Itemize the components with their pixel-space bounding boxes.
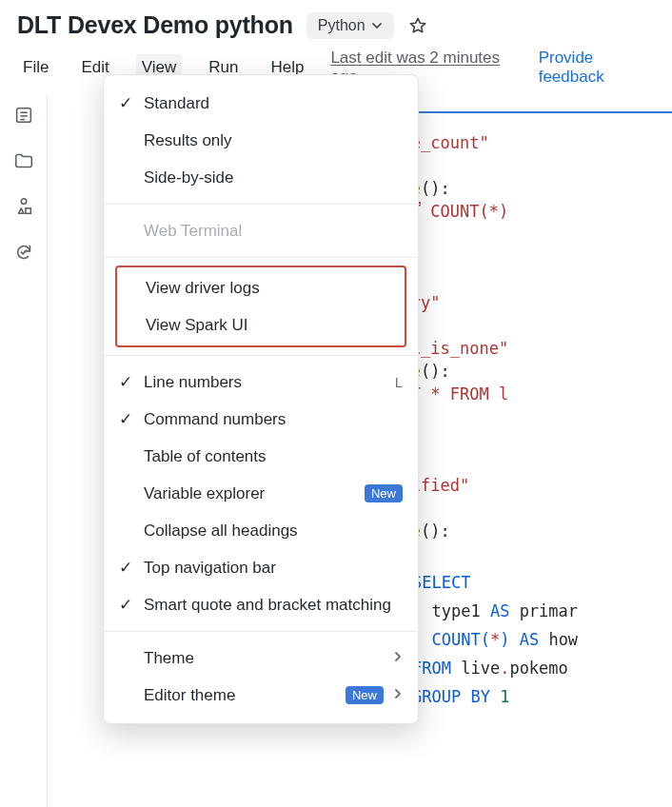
check-icon: ✓ — [117, 409, 134, 429]
menu-table-of-contents[interactable]: ✓ Table of contents — [104, 438, 418, 475]
language-label: Python — [318, 17, 366, 34]
new-badge: New — [346, 686, 384, 704]
chevron-down-icon — [371, 20, 383, 31]
menu-smart-quote[interactable]: ✓ Smart quote and bracket matching — [104, 586, 418, 623]
menu-separator — [104, 355, 418, 356]
menu-results-only[interactable]: ✓ Results only — [104, 122, 418, 159]
language-selector[interactable]: Python — [306, 12, 394, 39]
menu-variable-explorer[interactable]: ✓ Variable explorer New — [104, 475, 418, 512]
menu-collapse-headings[interactable]: ✓ Collapse all headings — [104, 512, 418, 549]
menu-view-spark-ui[interactable]: ✓ View Spark UI — [117, 306, 405, 344]
highlighted-section: ✓ View driver logs ✓ View Spark UI — [115, 266, 406, 347]
chevron-right-icon — [393, 649, 403, 668]
menu-command-numbers[interactable]: ✓ Command numbers — [104, 401, 418, 438]
folder-icon[interactable] — [13, 150, 34, 175]
shortcut-label: L — [395, 374, 403, 390]
menu-separator — [104, 257, 418, 258]
chevron-right-icon — [393, 686, 403, 705]
toc-icon[interactable] — [13, 105, 34, 129]
view-menu-dropdown: ✓ Standard ✓ Results only ✓ Side-by-side… — [103, 74, 419, 724]
new-badge: New — [365, 484, 403, 502]
provide-feedback-link[interactable]: Provide feedback — [539, 49, 655, 87]
svg-rect-5 — [25, 208, 30, 214]
menu-file[interactable]: File — [17, 54, 54, 81]
menu-top-nav-bar[interactable]: ✓ Top navigation bar — [104, 549, 418, 586]
left-rail — [0, 95, 48, 807]
menu-theme[interactable]: ✓ Theme — [104, 640, 418, 677]
refresh-icon[interactable] — [13, 242, 34, 266]
menu-standard[interactable]: ✓ Standard — [104, 85, 418, 122]
check-icon: ✓ — [117, 558, 134, 578]
svg-point-4 — [21, 199, 27, 205]
menu-line-numbers[interactable]: ✓ Line numbers L — [104, 364, 418, 401]
menu-web-terminal: ✓ Web Terminal — [104, 212, 418, 249]
menu-editor-theme[interactable]: ✓ Editor theme New — [104, 677, 418, 714]
menu-separator — [104, 204, 418, 205]
check-icon: ✓ — [117, 595, 134, 615]
check-icon: ✓ — [117, 93, 134, 113]
menu-view-driver-logs[interactable]: ✓ View driver logs — [117, 269, 405, 306]
page-title: DLT Devex Demo python — [17, 11, 293, 39]
shapes-icon[interactable] — [13, 196, 34, 221]
menu-side-by-side[interactable]: ✓ Side-by-side — [104, 159, 418, 196]
check-icon: ✓ — [117, 372, 134, 392]
menu-separator — [104, 631, 418, 632]
star-icon[interactable] — [407, 15, 428, 36]
